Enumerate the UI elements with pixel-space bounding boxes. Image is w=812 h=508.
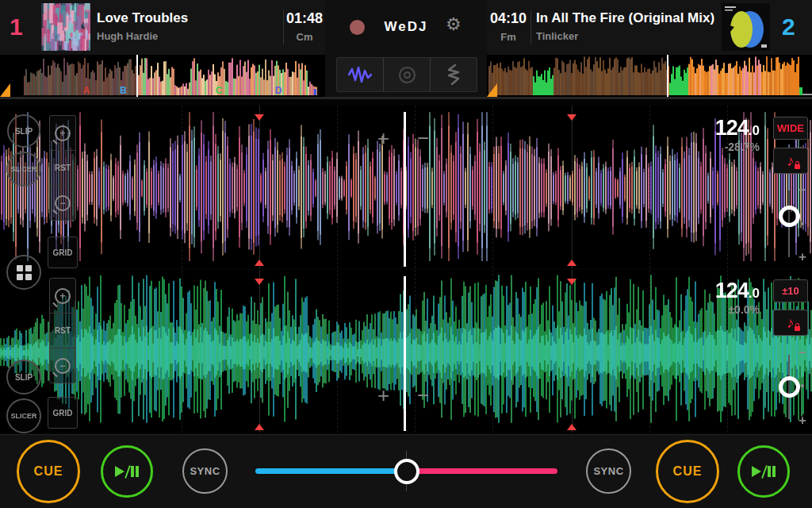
beat-gridline xyxy=(415,106,416,268)
settings-gear-icon[interactable]: ⚙ xyxy=(446,16,462,33)
beat-gridline xyxy=(415,270,416,433)
deck2-slicer-button[interactable]: SLICER xyxy=(6,398,41,433)
deck1-slip-button[interactable]: SLIP xyxy=(7,114,40,148)
deck1-header-divider xyxy=(283,10,284,44)
deck2-tempo-knob[interactable] xyxy=(779,376,800,398)
mode-waveform-button[interactable] xyxy=(337,58,384,91)
wave-zoom-out-hint: − xyxy=(417,128,429,148)
crossfader-knob[interactable] xyxy=(394,459,419,484)
keylock-note-icon: ♪ xyxy=(787,315,795,330)
deck1-album-art xyxy=(41,3,90,51)
beat-gridline xyxy=(649,106,650,268)
deck2-overview-playhead xyxy=(667,55,668,97)
deck2-tempo-plus-label: + xyxy=(799,414,806,427)
bar-marker-triangle xyxy=(255,424,264,430)
keylock-note-icon: ♪ xyxy=(787,153,795,168)
deck2-album-art xyxy=(722,3,770,51)
hot-cue-d-marker: D xyxy=(275,85,282,96)
deck1-zoom-reset-button[interactable]: RST xyxy=(50,151,75,186)
bar-marker-triangle xyxy=(255,279,264,285)
center-console: WeDJ ⚙ xyxy=(325,0,487,99)
deck2-header-divider xyxy=(530,10,531,44)
deck2-play-pause-button[interactable] xyxy=(737,445,790,498)
bar-gridline xyxy=(259,106,260,268)
bar-gridline xyxy=(259,270,260,433)
beat-gridline xyxy=(337,106,338,268)
pad-mode-button[interactable] xyxy=(6,255,41,290)
deck1-grid-button[interactable]: GRID xyxy=(48,237,78,268)
bar-marker-triangle xyxy=(567,424,576,430)
deck1-bpm-display: 124.0 xyxy=(657,116,760,140)
bar-marker-triangle xyxy=(567,114,576,121)
deck2-cue-button[interactable]: CUE xyxy=(656,440,719,503)
deck1-overview-waveform[interactable]: A B C D xyxy=(0,55,325,97)
deck1-sync-button[interactable]: SYNC xyxy=(182,448,228,494)
deck1-tempo-plus-label: + xyxy=(799,250,806,264)
deck1-track-title: Love Troubles xyxy=(97,10,188,26)
deck2-track-artist: Tinlicker xyxy=(536,30,578,42)
view-mode-switcher xyxy=(336,57,477,92)
app-title: WeDJ xyxy=(325,19,487,35)
deck1-zoom-panel: + RST − xyxy=(49,115,76,221)
deck1-tempo-percent: -28.7% xyxy=(657,140,760,153)
deck2-key: Fm xyxy=(488,31,528,43)
wave-zoom-out-hint: − xyxy=(417,385,429,406)
deck2-track-title: In All The Fire (Original Mix) xyxy=(536,10,714,26)
beat-gridline xyxy=(182,106,182,268)
deck2-number: 2 xyxy=(782,15,795,39)
deck2-zoom-out-button[interactable]: − xyxy=(50,348,75,383)
crossfader-right-track[interactable] xyxy=(407,468,557,474)
waveform-icon xyxy=(348,65,372,84)
deck1-tempo-knob[interactable] xyxy=(779,206,800,227)
bar-gridline xyxy=(572,270,573,433)
deck2-zoom-reset-button[interactable]: RST xyxy=(50,314,75,348)
deck2-playhead xyxy=(404,276,406,431)
deck2-slip-button[interactable]: SLIP xyxy=(6,360,41,394)
wedj-app-screen: 1 Love Troubles Hugh Hardie 01:48 Cm 04:… xyxy=(0,0,812,508)
deck1-tempo-center-dot xyxy=(801,222,804,225)
deck2-bpm-display: 124.0 xyxy=(657,279,760,303)
deck1-play-pause-button[interactable] xyxy=(101,445,153,498)
bar-marker-triangle xyxy=(255,114,264,121)
mode-jog-button[interactable] xyxy=(384,58,431,91)
crossfader-left-track[interactable] xyxy=(255,468,407,474)
play-pause-icon xyxy=(115,465,139,479)
bar-marker-triangle xyxy=(255,260,264,266)
beat-gridline xyxy=(492,270,493,433)
fx-zigzag-icon xyxy=(446,64,461,85)
deck1-zoom-in-button[interactable]: + xyxy=(50,116,75,151)
deck1-track-start-marker xyxy=(0,83,10,97)
bar-gridline xyxy=(572,106,573,268)
deck1-tempo-range-button[interactable]: WIDE xyxy=(773,117,808,140)
deck1-time: 01:48 xyxy=(285,10,324,27)
deck2-sync-button[interactable]: SYNC xyxy=(586,448,631,494)
deck2-zoom-panel: + RST − xyxy=(49,278,76,383)
wave-zoom-in-hint: + xyxy=(377,128,389,148)
deck2-zoom-in-button[interactable]: + xyxy=(50,279,75,314)
wave-zoom-in-hint: + xyxy=(377,385,389,406)
deck1-playhead xyxy=(404,112,406,267)
deck2-tempo-range-button[interactable]: ±10 xyxy=(773,279,808,302)
beat-gridline xyxy=(492,106,493,268)
zoom-in-icon: + xyxy=(55,288,71,304)
beat-gridline xyxy=(649,270,650,433)
deck1-overview-playhead xyxy=(136,55,138,97)
jog-disc-icon xyxy=(399,67,416,83)
mode-fx-button[interactable] xyxy=(431,58,477,91)
hot-cue-b-marker: B xyxy=(120,85,127,96)
hot-cue-c-marker: C xyxy=(216,85,223,96)
deck2-keylock-button[interactable]: ♪ xyxy=(773,310,808,336)
deck1-key: Cm xyxy=(285,31,324,43)
deck1-zoom-out-button[interactable]: − xyxy=(50,186,75,220)
bar-marker-triangle xyxy=(567,260,576,266)
deck2-overview-waveform[interactable] xyxy=(487,55,812,97)
deck2-tempo-minus-label: − xyxy=(799,346,806,360)
deck1-slicer-button[interactable]: SLICER xyxy=(6,152,41,187)
deck2-grid-button[interactable]: GRID xyxy=(48,397,78,429)
play-pause-icon xyxy=(752,465,776,479)
deck1-keylock-button[interactable]: ♪ xyxy=(773,148,808,174)
beat-gridline xyxy=(337,270,338,433)
deck1-cue-button[interactable]: CUE xyxy=(17,440,80,503)
zoom-out-icon: − xyxy=(55,358,71,374)
zoom-in-icon: + xyxy=(55,125,71,141)
